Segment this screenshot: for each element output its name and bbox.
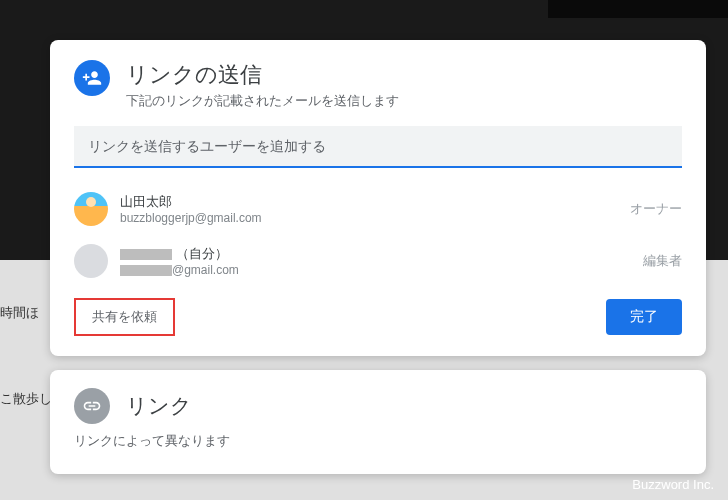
link-dialog: リンク リンクによって異なります (50, 370, 706, 474)
watermark: Buzzword Inc. (632, 477, 714, 492)
person-add-icon (74, 60, 110, 96)
avatar (74, 244, 108, 278)
add-user-input[interactable] (74, 126, 682, 168)
user-name: （自分） (120, 245, 631, 263)
dialog-title: リンクの送信 (126, 60, 399, 90)
redacted-email (120, 265, 172, 276)
link-title: リンク (126, 392, 192, 420)
user-role: 編集者 (643, 252, 682, 270)
user-role: オーナー (630, 200, 682, 218)
bg-text-1: 時間ほ (0, 304, 39, 322)
user-row: 山田太郎 buzzbloggerjp@gmail.com オーナー (74, 186, 682, 232)
send-link-dialog: リンクの送信 下記のリンクが記載されたメールを送信します 山田太郎 buzzbl… (50, 40, 706, 356)
user-row: （自分） @gmail.com 編集者 (74, 238, 682, 284)
avatar (74, 192, 108, 226)
link-icon (74, 388, 110, 424)
dialog-subtitle: 下記のリンクが記載されたメールを送信します (126, 92, 399, 110)
user-email: @gmail.com (120, 263, 631, 277)
redacted-name (120, 249, 172, 260)
bg-text-2: こ散歩し (0, 390, 52, 408)
user-email: buzzbloggerjp@gmail.com (120, 211, 618, 225)
link-description: リンクによって異なります (74, 432, 682, 450)
user-name: 山田太郎 (120, 193, 618, 211)
share-request-button[interactable]: 共有を依頼 (74, 298, 175, 336)
done-button[interactable]: 完了 (606, 299, 682, 335)
